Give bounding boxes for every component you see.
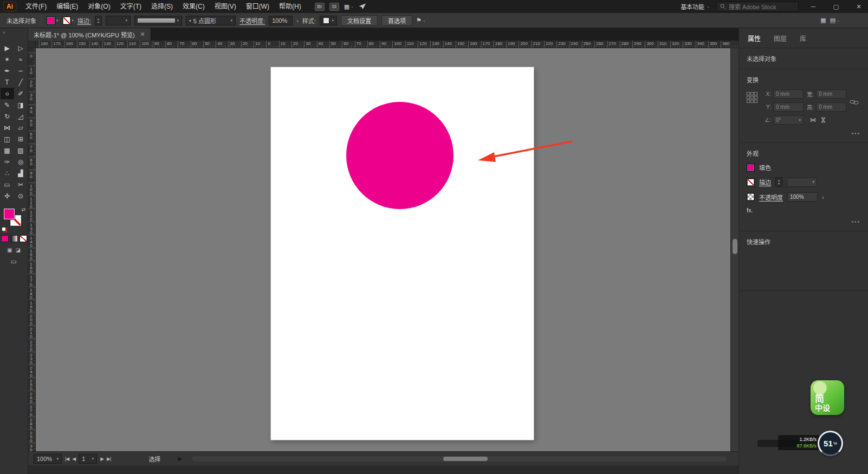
status-panel-arrow-icon[interactable]: ▶: [178, 456, 182, 462]
ruler-origin-corner[interactable]: [28, 41, 36, 48]
vertical-ruler[interactable]: 0102030405060708090100110120130140150160…: [28, 48, 36, 451]
panel-opacity-input[interactable]: 100%: [787, 192, 818, 202]
draw-normal-icon[interactable]: ▣: [7, 247, 12, 253]
tab-properties[interactable]: 属性: [748, 34, 761, 43]
horizontal-scroll-thumb[interactable]: [443, 457, 488, 461]
width-profile-select[interactable]: ▾: [134, 16, 182, 25]
control-panel-menu-icon[interactable]: ▤⌄: [830, 17, 840, 24]
line-segment-tool[interactable]: ╱: [14, 76, 28, 88]
menu-item-2[interactable]: 编辑(E): [51, 0, 83, 13]
opacity-panel-link[interactable]: 不透明度:: [239, 16, 265, 25]
canvas[interactable]: [36, 48, 730, 451]
lasso-tool[interactable]: ≈: [14, 54, 28, 65]
constrain-proportions-icon[interactable]: [850, 98, 859, 106]
draw-behind-icon[interactable]: ◪: [16, 247, 21, 253]
style-select[interactable]: ▾: [320, 16, 337, 25]
tab-libraries[interactable]: 库: [800, 34, 806, 43]
last-artboard-icon[interactable]: ▶|: [107, 456, 111, 462]
pen-tool[interactable]: ✒: [1, 65, 14, 76]
artboard-nav-select[interactable]: 1▾: [79, 454, 97, 464]
vertical-scroll-thumb[interactable]: [733, 239, 737, 254]
mesh-tool[interactable]: ▦: [1, 145, 14, 156]
appearance-fill-swatch[interactable]: [747, 164, 755, 172]
battery-gauge[interactable]: 51%: [818, 431, 843, 456]
ellipse-tool[interactable]: ○: [1, 88, 14, 99]
opacity-input[interactable]: 100%: [269, 16, 293, 25]
fill-swatch[interactable]: [47, 16, 55, 25]
next-artboard-icon[interactable]: ▶: [100, 456, 103, 462]
menu-item-9[interactable]: 帮助(H): [274, 0, 306, 13]
document-layout-icon[interactable]: ▦⌄: [344, 3, 354, 10]
document-tab[interactable]: 未标题-1* @ 100% (CMYK/GPU 预览) ✕: [28, 28, 151, 41]
shaper-tool[interactable]: ✎: [1, 99, 14, 111]
symbol-sprayer-tool[interactable]: ∴: [1, 167, 14, 179]
stroke-weight-select[interactable]: ▾: [106, 16, 131, 25]
swap-fill-stroke-icon[interactable]: ⇄: [21, 207, 25, 212]
column-graph-tool[interactable]: ▟: [14, 167, 28, 179]
pink-circle-shape[interactable]: [346, 102, 454, 209]
opacity-expander-icon[interactable]: ›: [296, 17, 299, 24]
menu-item-1[interactable]: 文件(F): [21, 0, 51, 13]
curvature-tool[interactable]: ∽: [14, 65, 28, 76]
transform-more-options[interactable]: •••: [747, 131, 860, 137]
scale-tool[interactable]: ◿: [14, 111, 28, 122]
stroke-color-select[interactable]: ▾: [62, 16, 74, 25]
menu-item-7[interactable]: 视图(V): [210, 0, 241, 13]
app-logo[interactable]: Ai: [3, 2, 16, 11]
collapse-tools-icon[interactable]: «: [0, 28, 28, 37]
menu-item-6[interactable]: 效果(C): [178, 0, 210, 13]
horizontal-scrollbar[interactable]: [192, 456, 727, 462]
panel-opacity-expander-icon[interactable]: ›: [822, 194, 824, 200]
zoom-tool[interactable]: ⊙: [14, 190, 28, 202]
menu-item-3[interactable]: 对象(O): [83, 0, 115, 13]
selection-tool[interactable]: ▶: [1, 42, 14, 54]
panel-stroke-weight-select[interactable]: ▾: [787, 178, 817, 187]
perspective-grid-tool[interactable]: ⊞: [14, 133, 28, 145]
stepper-down-icon[interactable]: ▾: [778, 182, 780, 185]
bridge-icon[interactable]: Br: [315, 3, 325, 11]
maximize-button[interactable]: ▢: [828, 0, 844, 13]
appearance-stroke-swatch[interactable]: [747, 178, 755, 186]
minimize-button[interactable]: ─: [805, 0, 821, 13]
document-setup-button[interactable]: 文档设置: [341, 15, 378, 26]
zoom-select[interactable]: 100%▾: [34, 454, 62, 464]
screen-mode-icon[interactable]: ▭: [0, 258, 28, 265]
appearance-opacity-label[interactable]: 不透明度: [759, 193, 783, 202]
panel-stroke-weight-stepper[interactable]: ▴▾: [775, 177, 782, 187]
vertical-scrollbar[interactable]: [730, 48, 739, 451]
height-input[interactable]: 0 mm: [816, 102, 846, 112]
paintbrush-tool[interactable]: ✐: [14, 88, 28, 99]
direct-selection-tool[interactable]: ▷: [14, 42, 28, 54]
close-button[interactable]: ✕: [851, 0, 867, 13]
eraser-tool[interactable]: ◨: [14, 99, 28, 111]
blend-tool[interactable]: ◎: [14, 156, 28, 167]
type-tool[interactable]: T: [1, 76, 14, 88]
fill-color-well[interactable]: [4, 209, 15, 219]
free-transform-tool[interactable]: ▱: [14, 122, 28, 133]
arrange-documents-icon[interactable]: ▦: [820, 17, 826, 24]
fx-button[interactable]: fx.: [747, 207, 753, 213]
search-input[interactable]: 搜索 Adobe Stock: [716, 2, 799, 11]
workspace-switcher[interactable]: 基本功能⌄: [681, 2, 710, 11]
horizontal-ruler[interactable]: 1801701601501401301201101009080706050403…: [36, 41, 739, 48]
flip-vertical-icon[interactable]: ⋈: [820, 117, 827, 123]
menu-item-5[interactable]: 选择(S): [146, 0, 178, 13]
menu-item-4[interactable]: 文字(T): [115, 0, 146, 13]
prev-artboard-icon[interactable]: ◀: [72, 456, 75, 462]
stroke-weight-stepper[interactable]: ▴▾: [95, 16, 102, 25]
preferences-button[interactable]: 首选项: [381, 15, 412, 26]
magic-wand-tool[interactable]: ✶: [1, 54, 14, 65]
fill-color-select[interactable]: ▾: [47, 16, 59, 25]
hand-tool[interactable]: ✣: [1, 190, 14, 202]
shape-builder-tool[interactable]: ◫: [1, 133, 14, 145]
artboard-tool[interactable]: ▭: [1, 179, 14, 190]
gradient-tool[interactable]: ▨: [14, 145, 28, 156]
select-similar-icon[interactable]: ⚑⌄: [416, 17, 426, 24]
appearance-fill-label[interactable]: 填色: [759, 163, 771, 172]
stepper-down-icon[interactable]: ▾: [98, 21, 99, 24]
appearance-stroke-label[interactable]: 描边: [759, 178, 771, 186]
rotation-select[interactable]: 0°▾: [773, 115, 804, 125]
stroke-panel-link[interactable]: 描边:: [77, 16, 91, 25]
stroke-swatch[interactable]: [62, 16, 71, 25]
default-fill-stroke-icon[interactable]: [2, 227, 6, 231]
